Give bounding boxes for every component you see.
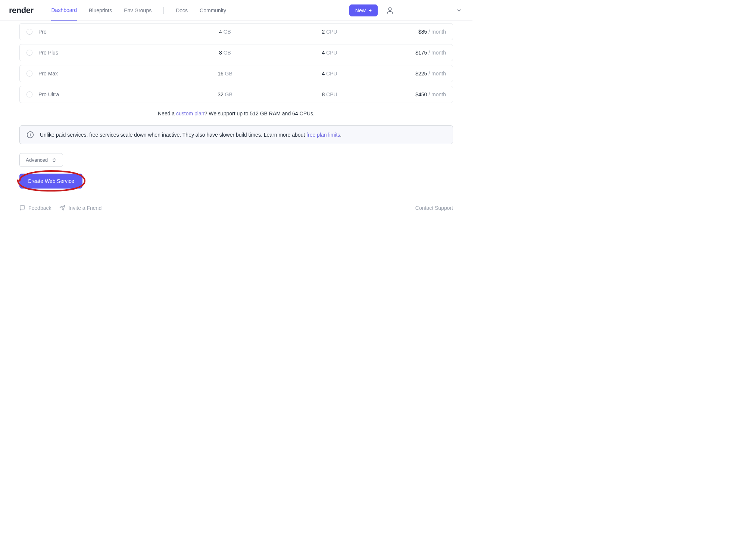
create-button-wrap: Create Web Service xyxy=(19,174,82,189)
plan-price: $225 / month xyxy=(382,71,446,77)
plan-price-value: $175 xyxy=(415,50,427,56)
plan-ram-value: 8 xyxy=(219,50,222,56)
plan-ram-unit: GB xyxy=(224,29,231,35)
send-icon xyxy=(59,205,65,211)
plan-cpu-unit: CPU xyxy=(326,91,337,97)
info-text-2: . xyxy=(340,132,341,138)
info-text: Unlike paid services, free services scal… xyxy=(40,132,341,138)
plan-price-value: $450 xyxy=(415,91,427,97)
plan-ram-value: 4 xyxy=(219,29,222,35)
plan-price: $450 / month xyxy=(382,91,446,97)
plan-ram-value: 16 xyxy=(218,71,224,77)
plan-cpu-unit: CPU xyxy=(326,29,337,35)
invite-friend-link[interactable]: Invite a Friend xyxy=(59,205,102,211)
plan-cpu-unit: CPU xyxy=(326,50,337,56)
info-banner: Unlike paid services, free services scal… xyxy=(19,125,453,144)
plan-name: Pro xyxy=(38,29,173,35)
plus-icon: + xyxy=(369,7,372,13)
plan-cpu: 8 CPU xyxy=(277,91,382,97)
logo: render xyxy=(9,6,33,15)
plan-name: Pro Max xyxy=(38,71,173,77)
plan-name: Pro Plus xyxy=(38,50,173,56)
custom-plan-link[interactable]: custom plan xyxy=(176,111,204,116)
plan-ram-unit: GB xyxy=(225,91,232,97)
plan-price-unit: / month xyxy=(428,91,446,97)
plan-cpu-value: 2 xyxy=(322,29,325,35)
plan-cpu-unit: CPU xyxy=(326,71,337,77)
contact-support-link[interactable]: Contact Support xyxy=(415,205,453,211)
plan-price-value: $85 xyxy=(418,29,427,35)
feedback-icon xyxy=(19,205,25,211)
plan-cpu: 2 CPU xyxy=(277,29,382,35)
plan-cpu-value: 4 xyxy=(322,71,325,77)
plan-ram-unit: GB xyxy=(224,50,231,56)
plan-ram: 4 GB xyxy=(173,29,277,35)
feedback-link[interactable]: Feedback xyxy=(19,205,51,211)
free-plan-limits-link[interactable]: free plan limits xyxy=(306,132,340,138)
feedback-label: Feedback xyxy=(28,205,51,211)
plan-price-value: $225 xyxy=(415,71,427,77)
plan-ram-unit: GB xyxy=(225,71,232,77)
info-text-1: Unlike paid services, free services scal… xyxy=(40,132,306,138)
new-button[interactable]: New + xyxy=(349,4,378,16)
plan-price-unit: / month xyxy=(428,50,446,56)
plan-price-unit: / month xyxy=(428,71,446,77)
chevron-down-icon xyxy=(456,7,462,13)
plan-cpu: 4 CPU xyxy=(277,50,382,56)
nav-env-groups[interactable]: Env Groups xyxy=(124,1,152,20)
chevrons-vertical-icon xyxy=(51,158,57,163)
plan-ram: 16 GB xyxy=(173,71,277,77)
new-button-label: New xyxy=(355,7,366,13)
footer-links: Feedback Invite a Friend Contact Support xyxy=(19,205,453,211)
plan-price: $85 / month xyxy=(382,29,446,35)
plan-row[interactable]: Pro Plus 8 GB 4 CPU $175 / month xyxy=(19,44,453,61)
nav-community[interactable]: Community xyxy=(200,1,226,20)
plan-row[interactable]: Pro 4 GB 2 CPU $85 / month xyxy=(19,23,453,40)
plan-cpu: 4 CPU xyxy=(277,71,382,77)
account-icon[interactable] xyxy=(384,5,396,16)
topbar-right: New + xyxy=(349,4,463,16)
radio-icon[interactable] xyxy=(26,29,32,35)
plan-cpu-value: 8 xyxy=(322,91,325,97)
nav-dashboard[interactable]: Dashboard xyxy=(51,0,77,21)
plan-name: Pro Ultra xyxy=(38,91,173,97)
plan-ram-value: 32 xyxy=(218,91,224,97)
info-icon xyxy=(26,131,34,139)
advanced-label: Advanced xyxy=(26,157,48,163)
topbar: render Dashboard Blueprints Env Groups D… xyxy=(0,0,472,21)
radio-icon[interactable] xyxy=(26,50,32,56)
radio-icon[interactable] xyxy=(26,91,32,97)
account-dropdown[interactable] xyxy=(455,6,463,15)
plan-row[interactable]: Pro Ultra 32 GB 8 CPU $450 / month xyxy=(19,86,453,103)
radio-icon[interactable] xyxy=(26,71,32,77)
create-web-service-button[interactable]: Create Web Service xyxy=(19,174,82,189)
plan-row[interactable]: Pro Max 16 GB 4 CPU $225 / month xyxy=(19,65,453,82)
plan-cpu-value: 4 xyxy=(322,50,325,56)
main: Pro 4 GB 2 CPU $85 / month Pro Plus 8 GB… xyxy=(0,23,472,226)
plan-ram: 8 GB xyxy=(173,50,277,56)
nav-blueprints[interactable]: Blueprints xyxy=(89,1,112,20)
advanced-toggle[interactable]: Advanced xyxy=(19,153,63,167)
main-nav: Dashboard Blueprints Env Groups Docs Com… xyxy=(51,0,226,21)
nav-divider xyxy=(163,7,164,14)
plan-price: $175 / month xyxy=(382,50,446,56)
plan-ram: 32 GB xyxy=(173,91,277,97)
custom-plan-suffix: ? We support up to 512 GB RAM and 64 CPU… xyxy=(205,111,315,116)
invite-label: Invite a Friend xyxy=(68,205,102,211)
svg-point-0 xyxy=(388,7,391,10)
nav-docs[interactable]: Docs xyxy=(176,1,188,20)
custom-plan-text: Need a custom plan? We support up to 512… xyxy=(19,111,453,116)
custom-plan-prefix: Need a xyxy=(158,111,176,116)
plan-price-unit: / month xyxy=(428,29,446,35)
user-icon xyxy=(386,6,394,15)
